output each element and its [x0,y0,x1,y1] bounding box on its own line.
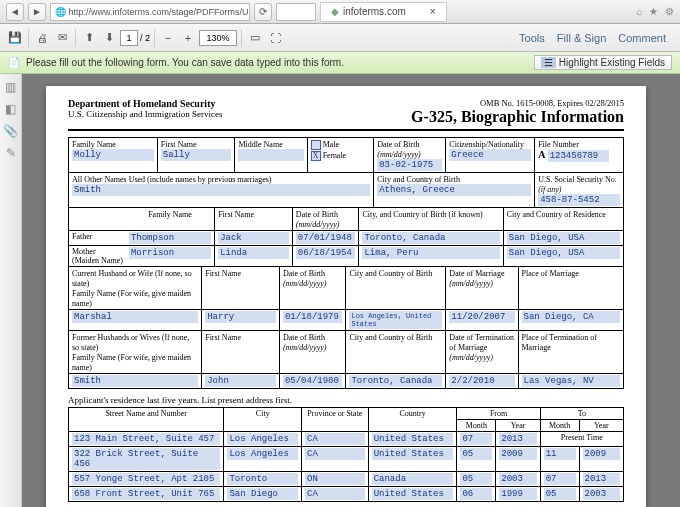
field-mother-family[interactable]: Morrison [129,247,211,259]
field-father-dob[interactable]: 07/01/1948 [296,232,356,244]
field-res-to_y[interactable]: 2013 [583,473,620,485]
fit-icon[interactable]: ▭ [246,29,264,47]
field-father-family[interactable]: Thompson [129,232,211,244]
field-father-birth[interactable]: Toronto, Canada [362,232,499,244]
field-res-to_m[interactable]: 11 [544,448,576,460]
doc-area: Department of Homeland Security U.S. Cit… [22,74,680,507]
field-spouse-birth[interactable]: Los Angeles, United States [349,311,442,329]
page-up-icon[interactable]: ⬆ [80,29,98,47]
highlight-fields-button[interactable]: ☰Highlight Existing Fields [534,55,672,70]
field-former-birth[interactable]: Toronto, Canada [349,375,442,387]
attachment-icon[interactable]: 📎 [3,124,18,138]
field-res-to_y[interactable]: 2009 [583,448,620,460]
field-res-city[interactable]: San Diego [227,488,298,500]
field-spouse-dob[interactable]: 01/18/1979 [283,311,343,323]
print-icon[interactable]: 🖨 [33,29,51,47]
reload-button[interactable]: ⟳ [254,3,272,21]
field-res-to_m[interactable]: 07 [544,473,576,485]
field-spouse-first[interactable]: Harry [205,311,276,323]
field-birth-place[interactable]: Athens, Greece [377,184,531,196]
browser-tab[interactable]: ◆infoterms.com× [320,2,447,22]
field-dob[interactable]: 03-02-1975 [377,159,442,171]
field-res-country[interactable]: United States [372,433,454,445]
field-res-street[interactable]: 322 Brick Street, Suite 456 [72,448,220,470]
back-button[interactable]: ◄ [6,3,24,21]
field-res-to_m[interactable]: 05 [544,488,576,500]
field-res-from_y[interactable]: 2003 [499,473,536,485]
info-icon: 📄 [8,57,20,68]
field-former-first[interactable]: John [205,375,276,387]
checkbox-male[interactable] [311,140,321,150]
search-box[interactable] [276,3,316,21]
field-mother-res[interactable]: San Diego, USA [507,247,620,259]
form-title: G-325, Biographic Information [411,108,624,126]
signature-icon[interactable]: ✎ [6,146,16,160]
gear-icon[interactable]: ⚙ [665,6,674,17]
residence-heading: Applicant's residence last five years. L… [68,389,624,407]
field-file-number[interactable]: 123456789 [548,150,609,162]
table-row: 658 Front Street, Unit 765San DiegoCAUni… [69,487,624,502]
field-res-street[interactable]: 123 Main Street, Suite 457 [72,433,220,445]
field-res-to_y[interactable]: 2003 [583,488,620,500]
field-term-date[interactable]: 2/2/2010 [449,375,514,387]
field-former-family[interactable]: Smith [72,375,198,387]
field-res-country[interactable]: United States [372,448,454,460]
field-first-name[interactable]: Sally [161,149,232,161]
omb-text: OMB No. 1615-0008, Expires 02/28/2015 [411,98,624,108]
field-res-prov[interactable]: CA [305,448,365,460]
url-bar[interactable]: 🌐 http://www.infoterms.com/stage/PDFForm… [50,3,250,21]
field-mother-birth[interactable]: Lima, Peru [362,247,499,259]
field-ssn[interactable]: 458-87-5452 [538,194,620,206]
field-term-place[interactable]: Las Vegas, NV [522,375,621,387]
field-res-city[interactable]: Toronto [227,473,298,485]
field-marriage-date[interactable]: 11/20/2007 [449,311,514,323]
field-res-from_m[interactable]: 05 [460,473,492,485]
page-number-input[interactable]: 1 [120,30,138,46]
comment-link[interactable]: Comment [618,32,666,44]
field-res-prov[interactable]: CA [305,488,365,500]
field-res-country[interactable]: United States [372,488,454,500]
zoom-out-icon[interactable]: − [159,29,177,47]
fill-sign-link[interactable]: Fill & Sign [557,32,607,44]
field-citizenship[interactable]: Greece [449,149,531,161]
field-res-street[interactable]: 557 Yonge Street, Apt 2105 [72,473,220,485]
field-mother-first[interactable]: Linda [218,247,289,259]
browser-bar: ◄ ► 🌐 http://www.infoterms.com/stage/PDF… [0,0,680,24]
field-spouse-family[interactable]: Marshal [72,311,198,323]
field-res-city[interactable]: Los Angeles [227,448,298,460]
field-res-from_m[interactable]: 06 [460,488,492,500]
star-icon[interactable]: ★ [649,6,658,17]
field-res-prov[interactable]: ON [305,473,365,485]
field-res-from_m[interactable]: 05 [460,448,492,460]
tools-link[interactable]: Tools [519,32,545,44]
field-res-city[interactable]: Los Angeles [227,433,298,445]
zoom-in-icon[interactable]: + [179,29,197,47]
field-res-country[interactable]: Canada [372,473,454,485]
field-father-first[interactable]: Jack [218,232,289,244]
table-row: 557 Yonge Street, Apt 2105TorontoONCanad… [69,472,624,487]
home-icon[interactable]: ⌂ [636,6,642,17]
checkbox-female[interactable]: X [311,151,321,161]
field-res-from_y[interactable]: 2009 [499,448,536,460]
field-res-from_m[interactable]: 07 [460,433,492,445]
field-family-name[interactable]: Molly [72,149,154,161]
field-middle-name[interactable] [238,149,303,161]
field-marriage-place[interactable]: San Diego, CA [522,311,621,323]
save-icon[interactable]: 💾 [6,29,24,47]
field-mother-dob[interactable]: 06/18/1954 [296,247,356,259]
bookmark-icon[interactable]: ◧ [5,102,16,116]
mail-icon[interactable]: ✉ [53,29,71,47]
field-father-res[interactable]: San Diego, USA [507,232,620,244]
page-down-icon[interactable]: ⬇ [100,29,118,47]
field-former-dob[interactable]: 05/04/1980 [283,375,343,387]
field-res-from_y[interactable]: 1999 [499,488,536,500]
forward-button[interactable]: ► [28,3,46,21]
field-other-names[interactable]: Smith [72,184,370,196]
thumbnails-icon[interactable]: ▥ [5,80,16,94]
table-row: 123 Main Street, Suite 457Los AngelesCAU… [69,432,624,447]
zoom-input[interactable]: 130% [199,30,237,46]
read-mode-icon[interactable]: ⛶ [266,29,284,47]
field-res-from_y[interactable]: 2013 [499,433,536,445]
field-res-prov[interactable]: CA [305,433,365,445]
field-res-street[interactable]: 658 Front Street, Unit 765 [72,488,220,500]
